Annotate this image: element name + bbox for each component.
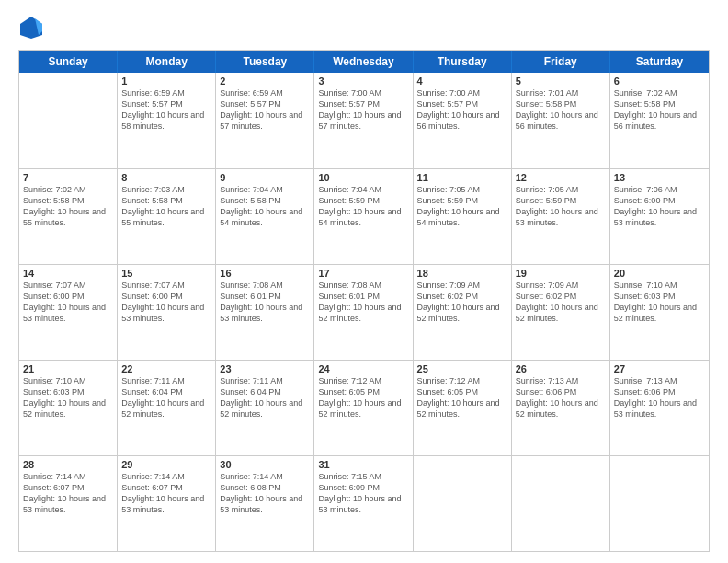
calendar-cell: 9Sunrise: 7:04 AMSunset: 5:58 PMDaylight… [216,169,314,264]
calendar-cell: 8Sunrise: 7:03 AMSunset: 5:58 PMDaylight… [118,169,216,264]
day-number: 5 [516,75,606,86]
day-number: 18 [417,268,507,279]
day-number: 20 [614,268,705,279]
calendar-row: 21Sunrise: 7:10 AMSunset: 6:03 PMDayligh… [19,360,709,455]
calendar-cell: 17Sunrise: 7:08 AMSunset: 6:01 PMDayligh… [314,265,413,360]
sun-info: Sunrise: 7:12 AMSunset: 6:05 PMDaylight:… [318,375,408,420]
sun-info: Sunrise: 7:11 AMSunset: 6:04 PMDaylight:… [220,375,310,420]
calendar-cell: 6Sunrise: 7:02 AMSunset: 5:58 PMDaylight… [610,73,709,168]
calendar-cell: 7Sunrise: 7:02 AMSunset: 5:58 PMDaylight… [19,169,118,264]
sun-info: Sunrise: 7:11 AMSunset: 6:04 PMDaylight:… [121,375,211,420]
weekday-header: Thursday [414,51,512,73]
sun-info: Sunrise: 6:59 AMSunset: 5:57 PMDaylight:… [220,87,310,132]
day-number: 10 [318,172,408,183]
sun-info: Sunrise: 7:12 AMSunset: 6:05 PMDaylight:… [417,375,507,420]
calendar-cell: 15Sunrise: 7:07 AMSunset: 6:00 PMDayligh… [118,265,216,360]
calendar-cell [610,456,709,551]
calendar-row: 1Sunrise: 6:59 AMSunset: 5:57 PMDaylight… [19,73,709,168]
day-number: 12 [516,172,606,183]
day-number: 13 [614,172,705,183]
calendar-cell: 16Sunrise: 7:08 AMSunset: 6:01 PMDayligh… [216,265,314,360]
weekday-header: Wednesday [314,51,413,73]
day-number: 21 [23,363,113,374]
sun-info: Sunrise: 7:02 AMSunset: 5:58 PMDaylight:… [23,184,113,229]
logo-icon [18,15,44,40]
calendar-cell: 14Sunrise: 7:07 AMSunset: 6:00 PMDayligh… [19,265,118,360]
sun-info: Sunrise: 7:04 AMSunset: 5:59 PMDaylight:… [318,184,408,229]
sun-info: Sunrise: 7:08 AMSunset: 6:01 PMDaylight:… [220,280,310,325]
calendar-cell: 25Sunrise: 7:12 AMSunset: 6:05 PMDayligh… [414,361,512,455]
calendar-cell: 3Sunrise: 7:00 AMSunset: 5:57 PMDaylight… [314,73,413,168]
sun-info: Sunrise: 7:01 AMSunset: 5:58 PMDaylight:… [516,87,606,132]
day-number: 2 [220,75,310,86]
day-number: 16 [220,268,310,279]
page: SundayMondayTuesdayWednesdayThursdayFrid… [0,0,728,563]
weekday-header: Sunday [19,51,118,73]
day-number: 8 [121,172,211,183]
sun-info: Sunrise: 7:05 AMSunset: 5:59 PMDaylight:… [417,184,507,229]
logo [18,15,46,40]
calendar-cell: 2Sunrise: 6:59 AMSunset: 5:57 PMDaylight… [216,73,314,168]
day-number: 26 [516,363,606,374]
day-number: 27 [614,363,705,374]
day-number: 14 [23,268,113,279]
day-number: 23 [220,363,310,374]
calendar-cell: 13Sunrise: 7:06 AMSunset: 6:00 PMDayligh… [610,169,709,264]
calendar-cell: 23Sunrise: 7:11 AMSunset: 6:04 PMDayligh… [216,361,314,455]
calendar-cell: 4Sunrise: 7:00 AMSunset: 5:57 PMDaylight… [414,73,512,168]
weekday-header: Saturday [610,51,709,73]
sun-info: Sunrise: 7:14 AMSunset: 6:07 PMDaylight:… [121,471,211,516]
calendar-cell: 24Sunrise: 7:12 AMSunset: 6:05 PMDayligh… [314,361,413,455]
sun-info: Sunrise: 7:08 AMSunset: 6:01 PMDaylight:… [318,280,408,325]
calendar-cell: 29Sunrise: 7:14 AMSunset: 6:07 PMDayligh… [118,456,216,551]
calendar-cell: 12Sunrise: 7:05 AMSunset: 5:59 PMDayligh… [512,169,610,264]
sun-info: Sunrise: 7:04 AMSunset: 5:58 PMDaylight:… [220,184,310,229]
sun-info: Sunrise: 7:15 AMSunset: 6:09 PMDaylight:… [318,471,408,516]
calendar-cell: 1Sunrise: 6:59 AMSunset: 5:57 PMDaylight… [118,73,216,168]
sun-info: Sunrise: 7:00 AMSunset: 5:57 PMDaylight:… [318,87,408,132]
calendar-cell: 22Sunrise: 7:11 AMSunset: 6:04 PMDayligh… [118,361,216,455]
sun-info: Sunrise: 7:00 AMSunset: 5:57 PMDaylight:… [417,87,507,132]
calendar-header: SundayMondayTuesdayWednesdayThursdayFrid… [19,51,709,73]
calendar-cell: 18Sunrise: 7:09 AMSunset: 6:02 PMDayligh… [414,265,512,360]
sun-info: Sunrise: 7:14 AMSunset: 6:08 PMDaylight:… [220,471,310,516]
calendar-cell: 21Sunrise: 7:10 AMSunset: 6:03 PMDayligh… [19,361,118,455]
day-number: 22 [121,363,211,374]
calendar-cell: 5Sunrise: 7:01 AMSunset: 5:58 PMDaylight… [512,73,610,168]
header [18,15,710,40]
day-number: 11 [417,172,507,183]
calendar-cell: 10Sunrise: 7:04 AMSunset: 5:59 PMDayligh… [314,169,413,264]
sun-info: Sunrise: 7:06 AMSunset: 6:00 PMDaylight:… [614,184,705,229]
day-number: 24 [318,363,408,374]
sun-info: Sunrise: 7:14 AMSunset: 6:07 PMDaylight:… [23,471,113,516]
calendar-cell: 27Sunrise: 7:13 AMSunset: 6:06 PMDayligh… [610,361,709,455]
day-number: 3 [318,75,408,86]
calendar-cell [19,73,118,168]
calendar-cell: 31Sunrise: 7:15 AMSunset: 6:09 PMDayligh… [314,456,413,551]
weekday-header: Tuesday [216,51,314,73]
sun-info: Sunrise: 7:10 AMSunset: 6:03 PMDaylight:… [23,375,113,420]
day-number: 19 [516,268,606,279]
day-number: 7 [23,172,113,183]
calendar-body: 1Sunrise: 6:59 AMSunset: 5:57 PMDaylight… [19,73,709,551]
day-number: 1 [121,75,211,86]
sun-info: Sunrise: 7:13 AMSunset: 6:06 PMDaylight:… [516,375,606,420]
sun-info: Sunrise: 7:09 AMSunset: 6:02 PMDaylight:… [417,280,507,325]
day-number: 6 [614,75,705,86]
sun-info: Sunrise: 7:07 AMSunset: 6:00 PMDaylight:… [121,280,211,325]
sun-info: Sunrise: 7:05 AMSunset: 5:59 PMDaylight:… [516,184,606,229]
day-number: 17 [318,268,408,279]
day-number: 30 [220,459,310,470]
calendar-cell: 28Sunrise: 7:14 AMSunset: 6:07 PMDayligh… [19,456,118,551]
day-number: 31 [318,459,408,470]
sun-info: Sunrise: 7:09 AMSunset: 6:02 PMDaylight:… [516,280,606,325]
sun-info: Sunrise: 7:07 AMSunset: 6:00 PMDaylight:… [23,280,113,325]
day-number: 28 [23,459,113,470]
weekday-header: Friday [512,51,610,73]
calendar-cell [414,456,512,551]
calendar-cell: 19Sunrise: 7:09 AMSunset: 6:02 PMDayligh… [512,265,610,360]
sun-info: Sunrise: 7:02 AMSunset: 5:58 PMDaylight:… [614,87,705,132]
weekday-header: Monday [118,51,216,73]
day-number: 29 [121,459,211,470]
calendar-cell: 11Sunrise: 7:05 AMSunset: 5:59 PMDayligh… [414,169,512,264]
